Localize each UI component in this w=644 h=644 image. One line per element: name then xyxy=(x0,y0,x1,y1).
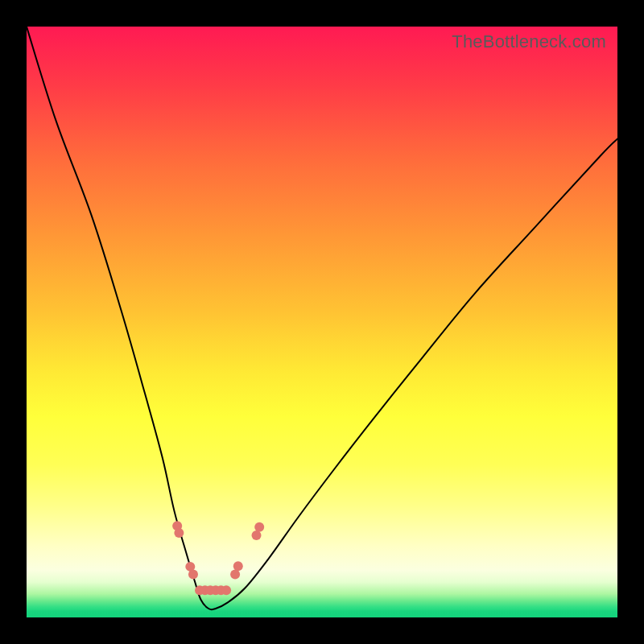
curve-svg xyxy=(27,27,617,617)
curve-knobs xyxy=(172,521,264,595)
knob-right-3 xyxy=(254,522,264,532)
knob-right-2 xyxy=(252,530,262,540)
knob-right-0 xyxy=(230,569,240,579)
knob-left-1 xyxy=(174,528,184,538)
knob-left-3 xyxy=(188,569,198,579)
bottleneck-curve xyxy=(27,27,617,609)
knob-right-1 xyxy=(233,561,243,571)
knob-trough-5 xyxy=(221,585,231,595)
plot-area: TheBottleneck.com xyxy=(27,27,617,617)
chart-frame: TheBottleneck.com xyxy=(0,0,644,644)
